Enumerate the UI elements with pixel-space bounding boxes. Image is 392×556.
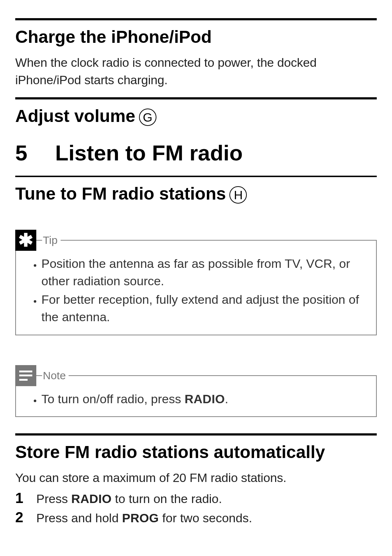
heading-text: Adjust volume (15, 106, 135, 126)
step-row: 2 Press and hold PROG for two seconds. (15, 509, 377, 527)
step-text: Press and hold PROG for two seconds. (36, 509, 252, 527)
heading-text: Charge the iPhone/iPod (15, 27, 212, 47)
note-label: Note (42, 369, 69, 382)
note-text-suffix: . (225, 392, 228, 406)
divider (15, 433, 377, 436)
step-row: 1 Press RADIO to turn on the radio. (15, 490, 377, 508)
tip-item: For better reception, fully extend and a… (41, 291, 367, 326)
paragraph-store-intro: You can store a maximum of 20 FM radio s… (15, 469, 377, 487)
note-lines-icon (15, 365, 36, 386)
chapter-title: Listen to FM radio (55, 140, 243, 165)
tip-item: Position the antenna as far as possible … (41, 255, 367, 290)
heading-text: Tune to FM radio stations (15, 184, 226, 204)
tip-label: Tip (42, 234, 61, 246)
paragraph-charge: When the clock radio is connected to pow… (15, 54, 377, 89)
divider (15, 18, 377, 20)
chapter-number: 5 (15, 140, 55, 165)
steps-list: 1 Press RADIO to turn on the radio. 2 Pr… (15, 490, 377, 527)
note-keyword-radio: RADIO (184, 392, 225, 406)
reference-letter-g: G (139, 109, 156, 126)
step-keyword: PROG (122, 511, 159, 525)
step-keyword: RADIO (71, 492, 111, 506)
note-list: To turn on/off radio, press RADIO. (16, 391, 376, 408)
heading-store-fm-auto: Store FM radio stations automatically (15, 442, 377, 462)
step-number: 1 (15, 490, 26, 506)
asterisk-icon: ✱ (15, 230, 36, 251)
divider (15, 97, 377, 99)
reference-letter-h: H (229, 186, 247, 204)
heading-charge-iphone-ipod: Charge the iPhone/iPod (15, 27, 377, 47)
step-text: Press RADIO to turn on the radio. (36, 490, 222, 508)
chapter-heading: 5 Listen to FM radio (15, 140, 377, 165)
note-item: To turn on/off radio, press RADIO. (41, 391, 367, 408)
heading-text: Store FM radio stations automatically (15, 442, 325, 462)
note-text-prefix: To turn on/off radio, press (41, 392, 184, 406)
tip-callout: ✱ Tip Position the antenna as far as pos… (15, 240, 377, 335)
tip-list: Position the antenna as far as possible … (16, 255, 376, 326)
divider (15, 176, 377, 177)
step-number: 2 (15, 509, 26, 526)
heading-tune-fm: Tune to FM radio stations H (15, 184, 377, 204)
note-callout: Note To turn on/off radio, press RADIO. (15, 375, 377, 417)
heading-adjust-volume: Adjust volume G (15, 106, 377, 126)
